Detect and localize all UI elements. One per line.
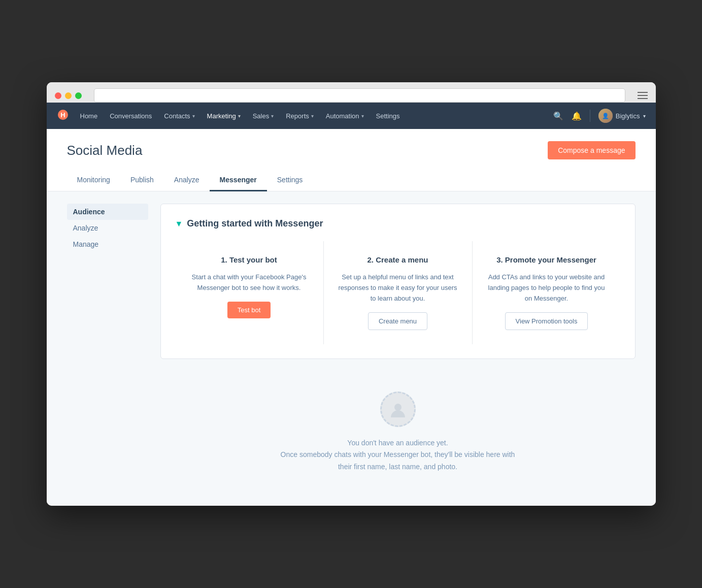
page-header-top: Social Media Compose a message xyxy=(67,141,636,159)
card-title: Getting started with Messenger xyxy=(187,218,323,229)
browser-window: H Home Conversations Contacts ▾ Marketin… xyxy=(47,82,656,506)
tabs: Monitoring Publish Analyze Messenger Set… xyxy=(67,170,636,191)
contacts-chevron: ▾ xyxy=(192,113,195,119)
sales-chevron: ▾ xyxy=(271,113,274,119)
test-bot-button[interactable]: Test bot xyxy=(227,302,271,318)
username: Biglytics xyxy=(616,112,640,120)
browser-chrome xyxy=(47,82,656,103)
user-menu[interactable]: 👤 Biglytics ▾ xyxy=(598,109,646,123)
sidebar: Audience Analyze Manage xyxy=(67,204,148,494)
step-2-description: Set up a helpful menu of links and text … xyxy=(336,272,460,304)
step-3-title: 3. Promote your Messenger xyxy=(496,255,596,264)
collapse-icon[interactable]: ▼ xyxy=(175,219,183,228)
nav-automation[interactable]: Automation ▾ xyxy=(321,103,369,129)
view-promotion-tools-button[interactable]: View Promotion tools xyxy=(505,312,588,330)
empty-state-text-1: You don't have an audience yet. Once som… xyxy=(281,437,515,473)
automation-chevron: ▾ xyxy=(361,113,364,119)
tab-analyze[interactable]: Analyze xyxy=(164,170,210,191)
hamburger-menu[interactable] xyxy=(638,92,648,99)
hubspot-logo[interactable]: H xyxy=(57,109,69,123)
nav-home[interactable]: Home xyxy=(75,103,103,129)
address-bar[interactable] xyxy=(94,88,625,103)
step-2-card: 2. Create a menu Set up a helpful menu o… xyxy=(324,241,472,344)
maximize-button[interactable] xyxy=(75,92,82,99)
minimize-button[interactable] xyxy=(65,92,72,99)
notifications-icon[interactable]: 🔔 xyxy=(572,111,582,121)
step-3-description: Add CTAs and links to your website and l… xyxy=(485,272,609,304)
search-icon[interactable]: 🔍 xyxy=(553,111,563,121)
avatar: 👤 xyxy=(598,109,613,123)
traffic-lights xyxy=(55,92,82,99)
reports-chevron: ▾ xyxy=(311,113,314,119)
page-header: Social Media Compose a message Monitorin… xyxy=(47,129,656,191)
close-button[interactable] xyxy=(55,92,61,99)
user-chevron: ▾ xyxy=(643,113,646,119)
nav-right: 🔍 🔔 👤 Biglytics ▾ xyxy=(553,109,646,123)
nav-conversations[interactable]: Conversations xyxy=(105,103,157,129)
step-2-title: 2. Create a menu xyxy=(367,255,428,264)
tab-messenger[interactable]: Messenger xyxy=(210,170,267,191)
empty-state: You don't have an audience yet. Once som… xyxy=(160,371,636,494)
nav-settings[interactable]: Settings xyxy=(371,103,405,129)
step-1-description: Start a chat with your Facebook Page's M… xyxy=(187,272,311,293)
nav-reports[interactable]: Reports ▾ xyxy=(281,103,319,129)
getting-started-card: ▼ Getting started with Messenger 1. Test… xyxy=(160,204,636,358)
empty-avatar-placeholder xyxy=(380,391,416,427)
sidebar-item-analyze[interactable]: Analyze xyxy=(67,220,148,236)
svg-point-2 xyxy=(394,404,402,411)
tab-publish[interactable]: Publish xyxy=(120,170,164,191)
main-layout: Audience Analyze Manage ▼ Getting starte… xyxy=(47,191,656,506)
main-nav: H Home Conversations Contacts ▾ Marketin… xyxy=(47,103,656,129)
nav-contacts[interactable]: Contacts ▾ xyxy=(159,103,199,129)
create-menu-button[interactable]: Create menu xyxy=(368,312,427,330)
page-title: Social Media xyxy=(67,143,143,158)
main-panel: ▼ Getting started with Messenger 1. Test… xyxy=(160,204,636,494)
step-1-title: 1. Test your bot xyxy=(221,255,277,264)
step-3-card: 3. Promote your Messenger Add CTAs and l… xyxy=(473,241,621,344)
steps-grid: 1. Test your bot Start a chat with your … xyxy=(175,241,621,344)
tab-settings[interactable]: Settings xyxy=(267,170,313,191)
nav-sales[interactable]: Sales ▾ xyxy=(248,103,279,129)
svg-text:H: H xyxy=(60,111,65,119)
compose-message-button[interactable]: Compose a message xyxy=(548,141,635,159)
sidebar-item-manage[interactable]: Manage xyxy=(67,236,148,252)
empty-avatar-group xyxy=(380,391,416,427)
card-header: ▼ Getting started with Messenger xyxy=(175,218,621,229)
page-content: Social Media Compose a message Monitorin… xyxy=(47,129,656,506)
nav-marketing[interactable]: Marketing ▾ xyxy=(202,103,246,129)
step-1-card: 1. Test your bot Start a chat with your … xyxy=(175,241,323,344)
sidebar-item-audience[interactable]: Audience xyxy=(67,204,148,220)
nav-divider xyxy=(590,110,590,122)
marketing-chevron: ▾ xyxy=(238,113,241,119)
tab-monitoring[interactable]: Monitoring xyxy=(67,170,120,191)
